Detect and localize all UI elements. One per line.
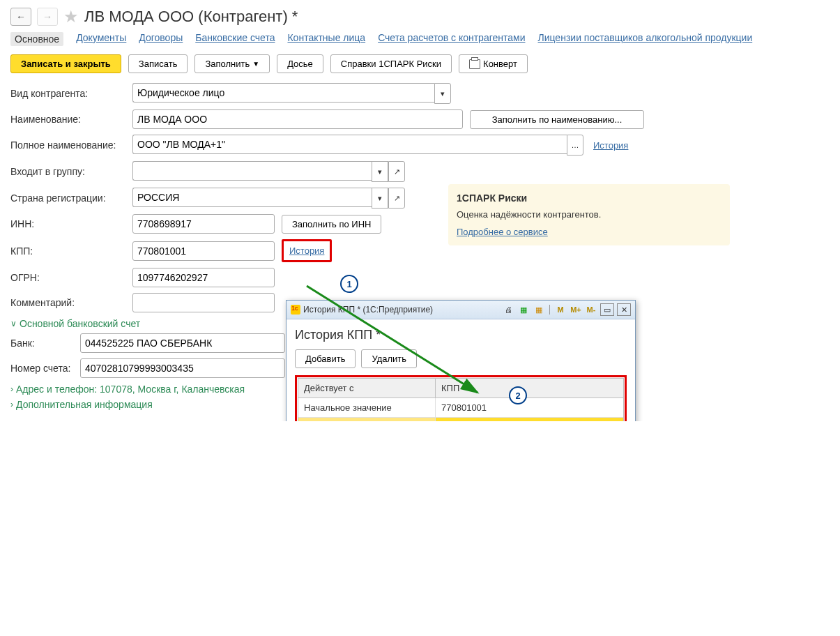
tab-documents[interactable]: Документы [76,32,126,46]
dialog-title-text: История КПП * (1С:Предприятие) [303,305,433,315]
table-row-selected[interactable]: 24.04.2018 770801002 [298,418,623,421]
address-section-label: Адрес и телефон: 107078, Москва г, Калан… [16,384,245,395]
dialog-minimize-button[interactable]: ▭ [600,303,614,316]
save-button[interactable]: Записать [128,54,188,73]
type-dropdown-button[interactable]: ▾ [434,83,451,104]
app-1c-icon [291,305,300,315]
dialog-mplus-button[interactable]: M+ [570,304,582,315]
envelope-label: Конверт [483,59,517,69]
spark-info-box: 1СПАРК Риски Оценка надёжности контраген… [448,184,730,245]
fullname-more-button[interactable]: … [567,135,583,156]
fill-button-label: Заполнить [205,59,250,69]
col-date-header[interactable]: Действует с [298,379,436,397]
country-open-button[interactable]: ↗ [388,188,405,209]
dialog-cal2-icon[interactable]: ▦ [533,304,545,315]
cell-kpp: 770801002 [436,418,623,421]
cell-date: 24.04.2018 [298,418,436,421]
chevron-right-icon: › [10,400,13,409]
chevron-right-icon: › [10,384,13,394]
table-row[interactable]: Начальное значение 770801001 [298,398,623,418]
callout-1: 1 [340,275,358,293]
callout-2: 2 [509,386,527,404]
kpp-label: КПП: [10,245,132,257]
page-title: ЛВ МОДА ООО (Контрагент) * [84,8,298,26]
fullname-label: Полное наименование: [10,139,132,151]
save-close-button[interactable]: Записать и закрыть [10,54,121,73]
tab-settlement-accounts[interactable]: Счета расчетов с контрагентами [378,32,525,46]
dialog-heading: История КПП * [295,328,627,342]
comment-input[interactable] [132,293,275,312]
tab-alcohol-licenses[interactable]: Лицензии поставщиков алкогольной продукц… [538,32,753,46]
kpp-history-dialog: История КПП * (1С:Предприятие) 🖨 ▦ ▦ M M… [286,300,636,421]
dialog-table-highlight: Действует с КПП Начальное значение 77080… [295,375,627,421]
dialog-cal1-icon[interactable]: ▦ [517,304,530,315]
name-label: Наименование: [10,114,132,125]
tab-contacts[interactable]: Контактные лица [287,32,365,46]
group-open-button[interactable]: ↗ [388,161,405,182]
account-input[interactable] [80,358,285,378]
dialog-close-button[interactable]: ✕ [617,303,631,316]
fill-by-inn-button[interactable]: Заполнить по ИНН [282,215,381,234]
nav-back-button[interactable]: ← [10,8,31,26]
comment-label: Комментарий: [10,297,132,308]
chevron-down-icon: ∨ [10,319,17,328]
fill-by-name-button[interactable]: Заполнить по наименованию... [470,110,644,129]
chevron-down-icon: ▼ [252,60,259,68]
ogrn-label: ОГРН: [10,272,132,283]
account-label: Номер счета: [10,363,80,374]
group-input[interactable] [132,161,372,181]
bank-input[interactable] [80,333,285,353]
type-input[interactable] [132,83,434,103]
tab-main[interactable]: Основное [10,32,63,46]
print-icon [469,59,480,69]
country-dropdown-button[interactable]: ▾ [372,188,388,209]
favorite-star-icon[interactable]: ★ [63,7,79,26]
dialog-mminus-button[interactable]: M- [585,304,597,315]
dossier-button[interactable]: Досье [277,54,323,73]
fullname-input[interactable] [132,135,567,154]
country-input[interactable] [132,188,372,207]
dialog-add-button[interactable]: Добавить [295,349,356,368]
spark-title: 1СПАРК Риски [457,192,721,204]
name-input[interactable] [132,109,463,129]
fill-button[interactable]: Заполнить▼ [194,54,270,73]
group-dropdown-button[interactable]: ▾ [372,161,388,182]
kpp-input[interactable] [132,241,275,261]
envelope-button[interactable]: Конверт [459,54,528,73]
separator [549,305,550,315]
col-kpp-header[interactable]: КПП [436,379,623,397]
type-label: Вид контрагента: [10,88,132,99]
inn-label: ИНН: [10,218,132,229]
dialog-delete-button[interactable]: Удалить [361,349,417,368]
cell-kpp: 770801001 [436,398,623,417]
ogrn-input[interactable] [132,268,275,287]
nav-forward-button[interactable]: → [37,8,58,26]
bank-label: Банк: [10,338,80,349]
country-label: Страна регистрации: [10,192,132,204]
kpp-history-table: Действует с КПП Начальное значение 77080… [298,378,624,421]
inn-input[interactable] [132,214,275,234]
dialog-m-button[interactable]: M [554,304,567,315]
kpp-history-link[interactable]: История [285,243,328,259]
group-label: Входит в группу: [10,166,132,177]
tab-contracts[interactable]: Договоры [139,32,183,46]
cell-date: Начальное значение [298,398,436,417]
dialog-print-icon[interactable]: 🖨 [502,304,514,315]
spark-text: Оценка надёжности контрагентов. [457,209,721,220]
tab-bank-accounts[interactable]: Банковские счета [195,32,275,46]
bank-section-label: Основной банковский счет [20,318,140,329]
dialog-titlebar[interactable]: История КПП * (1С:Предприятие) 🖨 ▦ ▦ M M… [287,301,635,319]
spark-more-link[interactable]: Подробнее о сервисе [457,227,548,237]
extra-section-label: Дополнительная информация [16,399,153,410]
spark-button[interactable]: Справки 1СПАРК Риски [330,54,452,73]
fullname-history-link[interactable]: История [593,140,628,151]
kpp-history-highlight: История [282,239,332,262]
